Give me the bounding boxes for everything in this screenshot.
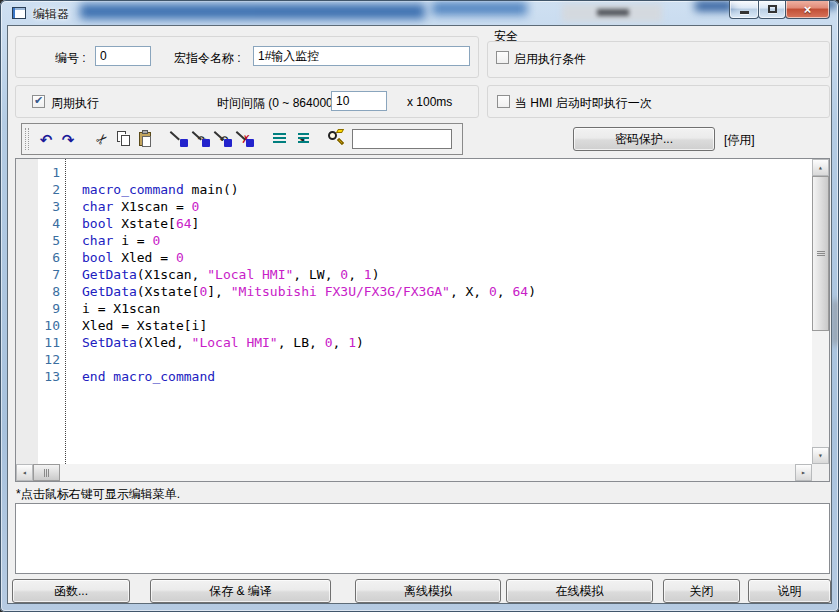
close-icon: × xyxy=(804,3,812,16)
toolbar-grip[interactable] xyxy=(25,128,29,150)
online-sim-label: 在线模拟 xyxy=(556,583,604,600)
find-input[interactable] xyxy=(352,129,452,149)
password-protect-button[interactable]: 密码保护... xyxy=(573,127,715,151)
scroll-up-icon[interactable]: ▴ xyxy=(812,159,829,176)
editor-toolbar: ↶ ↷ ✂ ↷ ↶ ✗ ◂ xyxy=(21,123,463,155)
save-compile-label: 保存 & 编译 xyxy=(209,583,272,600)
macro-name-input[interactable] xyxy=(253,46,470,66)
find-icon[interactable] xyxy=(325,128,347,150)
window-title: 编辑器 xyxy=(33,6,69,23)
scroll-left-icon[interactable]: ◂ xyxy=(16,464,33,481)
macro-id-label: 编号 : xyxy=(55,50,86,67)
macro-id-input[interactable] xyxy=(95,46,151,66)
code-line: 13end macro_command xyxy=(16,368,812,385)
code-lines[interactable]: 12macro_command main()3char X1scan = 04b… xyxy=(16,164,812,385)
macro-id-group: 编号 : 宏指令名称 : xyxy=(15,36,479,78)
periodic-checkbox[interactable] xyxy=(32,95,45,108)
interval-label: 时间间隔 (0 ~ 864000) : xyxy=(217,95,343,112)
maximize-icon xyxy=(768,5,777,13)
hint-text: *点击鼠标右键可显示编辑菜单. xyxy=(16,486,180,503)
help-button[interactable]: 说明 xyxy=(748,579,831,603)
password-status: [停用] xyxy=(724,132,755,149)
scroll-right-icon[interactable]: ▸ xyxy=(795,464,812,481)
redo-icon[interactable]: ↷ xyxy=(57,128,79,150)
enable-condition-label: 启用执行条件 xyxy=(514,51,586,68)
scrollbar-corner xyxy=(812,464,829,481)
code-line: 10Xled = Xstate[i] xyxy=(16,317,812,334)
code-line: 12 xyxy=(16,351,812,368)
minimize-button[interactable] xyxy=(729,1,759,19)
paste-icon[interactable] xyxy=(135,128,157,150)
next-bookmark-icon[interactable]: ↷ xyxy=(191,128,213,150)
outdent-icon[interactable]: ◂ xyxy=(291,128,313,150)
app-icon xyxy=(12,7,26,19)
dialog-client-area: 编号 : 宏指令名称 : 安全 启用执行条件 周期执行 时间间隔 (0 ~ 86… xyxy=(7,25,832,604)
periodic-group: 周期执行 时间间隔 (0 ~ 864000) : x 100ms xyxy=(15,85,479,118)
enable-condition-checkbox[interactable] xyxy=(496,51,509,64)
close-dialog-label: 关闭 xyxy=(690,583,714,600)
code-line: 9i = X1scan xyxy=(16,300,812,317)
editor-window: 编辑器 × 编号 : 宏指令名称 : 安全 启用执行条件 周期执行 时间 xyxy=(0,0,839,612)
copy-icon[interactable] xyxy=(113,128,135,150)
macro-name-label: 宏指令名称 : xyxy=(174,50,241,67)
close-button[interactable]: × xyxy=(785,1,830,19)
scroll-down-icon[interactable]: ▾ xyxy=(812,447,829,464)
maximize-button[interactable] xyxy=(758,1,786,19)
save-compile-button[interactable]: 保存 & 编译 xyxy=(150,579,331,603)
offline-sim-label: 离线模拟 xyxy=(404,583,452,600)
startup-group: 当 HMI 启动时即执行一次 xyxy=(487,85,830,118)
toggle-bookmark-icon[interactable] xyxy=(169,128,191,150)
interval-input[interactable] xyxy=(331,91,387,111)
online-sim-button[interactable]: 在线模拟 xyxy=(506,579,653,603)
code-line: 7GetData(X1scan, "Local HMI", LW, 0, 1) xyxy=(16,266,812,283)
minimize-icon xyxy=(740,11,749,14)
startup-label: 当 HMI 启动时即执行一次 xyxy=(515,95,652,112)
periodic-label: 周期执行 xyxy=(51,95,99,112)
clear-bookmarks-icon[interactable]: ✗ xyxy=(235,128,257,150)
code-line: 4bool Xstate[64] xyxy=(16,215,812,232)
code-line: 11SetData(Xled, "Local HMI", LB, 0, 1) xyxy=(16,334,812,351)
security-group: 安全 启用执行条件 xyxy=(487,26,830,78)
cut-icon[interactable]: ✂ xyxy=(91,128,113,150)
titlebar[interactable]: 编辑器 × xyxy=(2,1,837,25)
vertical-scrollbar[interactable]: ▴ ▾ xyxy=(812,159,829,464)
code-line: 5char i = 0 xyxy=(16,232,812,249)
interval-unit-label: x 100ms xyxy=(407,95,452,109)
horizontal-scrollbar[interactable]: ◂ ▸ xyxy=(16,464,812,481)
help-label: 说明 xyxy=(778,583,802,600)
close-dialog-button[interactable]: 关闭 xyxy=(663,579,740,603)
password-protect-label: 密码保护... xyxy=(615,131,673,148)
message-output-box xyxy=(15,503,830,574)
functions-button[interactable]: 函数... xyxy=(12,579,130,603)
background-window-blur xyxy=(832,300,839,345)
previous-bookmark-icon[interactable]: ↶ xyxy=(213,128,235,150)
vertical-scroll-thumb[interactable] xyxy=(812,176,829,331)
code-editor[interactable]: 12macro_command main()3char X1scan = 04b… xyxy=(15,158,830,482)
code-line: 1 xyxy=(16,164,812,181)
indent-icon[interactable] xyxy=(269,128,291,150)
startup-checkbox[interactable] xyxy=(497,95,510,108)
code-line: 3char X1scan = 0 xyxy=(16,198,812,215)
code-line: 6bool Xled = 0 xyxy=(16,249,812,266)
undo-icon[interactable]: ↶ xyxy=(35,128,57,150)
horizontal-scroll-thumb[interactable] xyxy=(33,464,60,481)
code-line: 2macro_command main() xyxy=(16,181,812,198)
offline-sim-button[interactable]: 离线模拟 xyxy=(355,579,501,603)
functions-label: 函数... xyxy=(54,583,88,600)
code-line: 8GetData(Xstate[0], "Mitsubishi FX3U/FX3… xyxy=(16,283,812,300)
